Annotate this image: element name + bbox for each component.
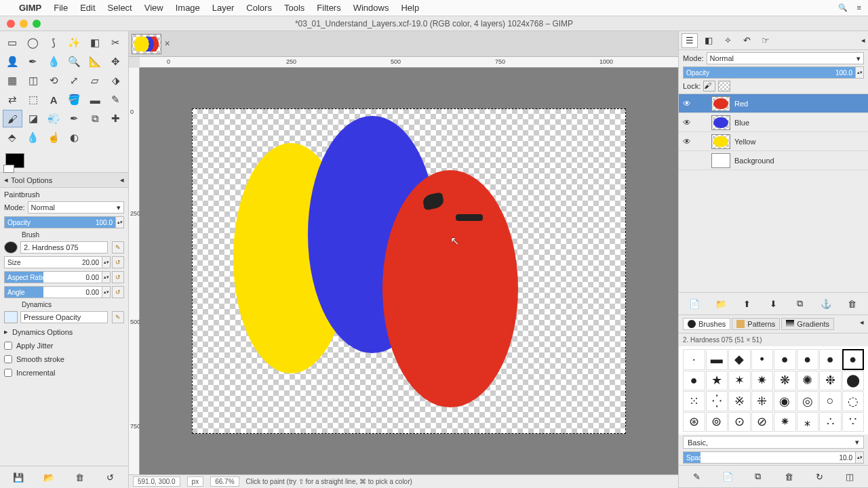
brush-item[interactable]: ● <box>797 349 819 370</box>
menu-windows[interactable]: Windows <box>353 3 389 13</box>
patterns-tab[interactable]: Patterns <box>732 318 780 330</box>
refresh-brushes-icon[interactable]: ↻ <box>812 470 826 483</box>
tool-color-picker[interactable]: 💧 <box>44 53 64 70</box>
lock-pixels-icon[interactable]: 🖌 <box>703 81 715 92</box>
angle-slider[interactable]: Angle0.00 <box>4 286 102 298</box>
brush-item[interactable]: ❋ <box>774 371 796 391</box>
menu-layer[interactable]: Layer <box>212 3 235 13</box>
tool-smudge[interactable]: ☝ <box>44 129 64 146</box>
duplicate-layer-icon[interactable]: ⧉ <box>793 297 806 310</box>
brush-item[interactable]: ⁎ <box>797 412 819 432</box>
menu-tools[interactable]: Tools <box>284 3 304 13</box>
tool-bucket[interactable]: 🪣 <box>65 91 85 108</box>
horizontal-ruler[interactable]: 0 250 500 750 1000 <box>140 57 678 68</box>
background-color[interactable] <box>3 165 14 173</box>
unit-selector[interactable]: px <box>187 476 204 487</box>
visibility-toggle-icon[interactable]: 👁 <box>682 99 692 108</box>
gradients-tab[interactable]: Gradients <box>781 318 834 330</box>
size-input[interactable]: Size20.00 <box>4 256 102 268</box>
brush-item[interactable]: ∴ <box>819 412 842 432</box>
channels-tab-icon[interactable]: ◧ <box>701 33 717 48</box>
apply-jitter-checkbox[interactable] <box>4 342 12 350</box>
tool-crop[interactable]: ◫ <box>24 72 43 89</box>
aspect-spinner[interactable]: ▴▾ <box>102 271 111 283</box>
incremental-checkbox[interactable] <box>4 369 12 377</box>
menu-select[interactable]: Select <box>108 3 132 13</box>
brush-dropdown[interactable]: 2. Hardness 075 <box>20 241 108 253</box>
layers-tab-icon[interactable]: ☰ <box>682 33 698 48</box>
visibility-toggle-icon[interactable]: 👁 <box>682 118 692 127</box>
brush-item[interactable]: ◆ <box>728 349 751 370</box>
menu-view[interactable]: View <box>144 3 163 13</box>
app-menu[interactable]: GIMP <box>19 3 41 13</box>
zoom-selector[interactable]: 66.7% <box>210 476 239 487</box>
tool-ellipse-select[interactable]: ◯ <box>24 34 43 52</box>
color-swatches[interactable] <box>0 149 128 172</box>
brush-dock-menu-icon[interactable]: ◂ <box>860 318 864 330</box>
layer-name[interactable]: Blue <box>734 119 749 127</box>
image-tab-thumbnail[interactable] <box>132 34 161 54</box>
layer-opacity-slider[interactable]: Opacity100.0 <box>683 66 856 79</box>
brush-item[interactable]: ⁕ <box>774 412 796 432</box>
brush-item[interactable]: ⊙ <box>728 412 751 432</box>
brush-item[interactable]: ✺ <box>797 371 819 391</box>
menu-image[interactable]: Image <box>176 3 200 13</box>
minimize-window-button[interactable] <box>20 20 28 28</box>
new-layer-icon[interactable]: 📄 <box>688 297 701 310</box>
menu-edit[interactable]: Edit <box>80 3 95 13</box>
tool-cage[interactable]: ⬚ <box>24 91 43 108</box>
brush-item[interactable]: ● <box>774 349 796 370</box>
brush-item[interactable]: ✶ <box>728 371 751 391</box>
brush-item[interactable]: ⁜ <box>751 391 774 411</box>
tool-by-color[interactable]: ◧ <box>85 34 105 52</box>
tool-shear[interactable]: ▱ <box>85 72 105 89</box>
brush-item[interactable]: ◎ <box>797 391 819 411</box>
new-brush-icon[interactable]: 📄 <box>721 470 734 483</box>
menu-colors[interactable]: Colors <box>246 3 272 13</box>
layer-name[interactable]: Background <box>734 157 774 165</box>
tool-zoom[interactable]: 🔍 <box>65 53 85 70</box>
dock-menu-icon[interactable]: ◂ <box>861 36 865 45</box>
save-options-icon[interactable]: 💾 <box>12 470 25 484</box>
brush-item[interactable]: ⁛ <box>706 391 728 411</box>
menu-filters[interactable]: Filters <box>317 3 340 13</box>
tool-blend[interactable]: ▬ <box>85 91 105 108</box>
tool-move[interactable]: ✥ <box>106 53 126 70</box>
tool-perspective[interactable]: ⬗ <box>106 72 126 89</box>
tool-perspective-clone[interactable]: ⬘ <box>3 129 22 146</box>
paths-tab-icon[interactable]: ✧ <box>719 33 736 48</box>
layer-row-blue[interactable]: 👁 Blue <box>679 113 868 132</box>
brush-item[interactable]: · <box>683 349 705 370</box>
tool-rect-select[interactable]: ▭ <box>3 34 22 52</box>
brush-item[interactable]: ⁙ <box>683 391 705 411</box>
tool-dodge[interactable]: ◐ <box>65 129 85 146</box>
vertical-ruler[interactable]: 0 250 500 750 <box>129 68 140 474</box>
tool-free-select[interactable]: ⟆ <box>44 34 64 52</box>
tool-rotate[interactable]: ⟲ <box>44 72 64 89</box>
spotlight-icon[interactable]: 🔍 <box>838 3 848 12</box>
tool-measure[interactable]: 📐 <box>85 53 105 70</box>
brushes-tab[interactable]: Brushes <box>683 318 730 330</box>
size-spinner[interactable]: ▴▾ <box>102 256 111 268</box>
open-as-image-icon[interactable]: ◫ <box>843 470 856 483</box>
brush-item[interactable]: ※ <box>728 391 751 411</box>
mode-dropdown[interactable]: Normal▾ <box>28 201 124 214</box>
visibility-toggle-icon[interactable]: 👁 <box>682 137 692 146</box>
smooth-stroke-checkbox[interactable] <box>4 355 12 363</box>
tool-ink[interactable]: ✒ <box>65 110 85 127</box>
tool-align[interactable]: ▦ <box>3 72 22 89</box>
restore-options-icon[interactable]: 📂 <box>42 470 56 484</box>
brush-item[interactable]: ◉ <box>774 391 796 411</box>
raise-layer-icon[interactable]: ⬆ <box>741 297 754 310</box>
tool-eraser[interactable]: ◪ <box>24 110 43 127</box>
layer-opacity-spinner[interactable]: ▴▾ <box>856 66 864 79</box>
lock-alpha-icon[interactable] <box>718 81 730 92</box>
brush-item[interactable]: ● <box>819 349 842 370</box>
extra-tab-icon[interactable]: ☞ <box>757 33 774 48</box>
close-window-button[interactable] <box>7 20 15 28</box>
undo-tab-icon[interactable]: ↶ <box>738 33 755 48</box>
brush-grid[interactable]: · ▬ ◆ • ● ● ● ● ● ★ ✶ ✷ ❋ ✺ ❉ ⬤ ⁙ ⁛ ※ ⁜ … <box>679 346 868 434</box>
dynamics-dropdown[interactable]: Pressure Opacity <box>20 311 108 323</box>
brush-item[interactable]: • <box>751 349 774 370</box>
delete-layer-icon[interactable]: 🗑 <box>846 297 859 310</box>
